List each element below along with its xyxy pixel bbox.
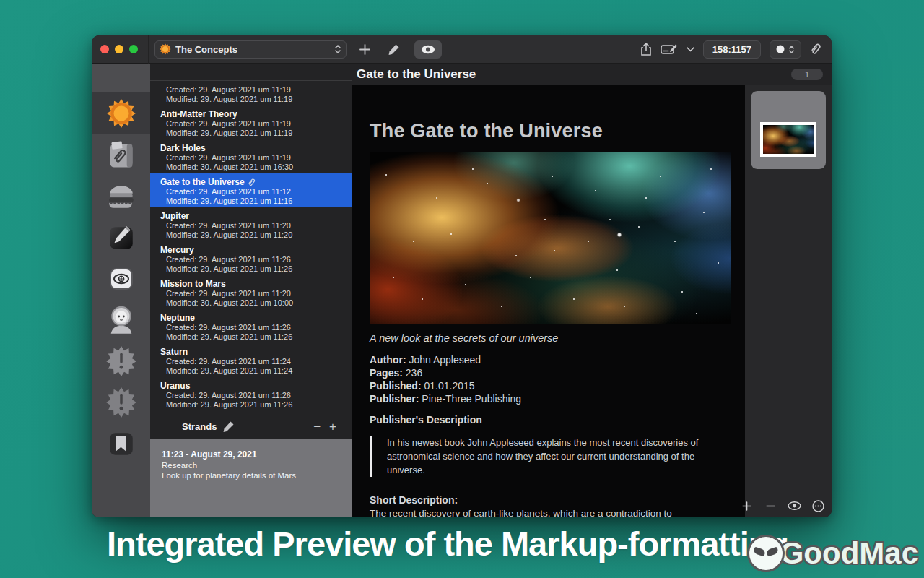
note-modified: Modified: 30. August 2021 um 16:30	[160, 163, 346, 172]
preview-document-title: Gate to the Universe	[352, 67, 791, 82]
note-modified: Modified: 30. August 2021 um 10:00	[160, 298, 346, 308]
astronaut-icon	[105, 304, 137, 336]
sun-icon	[106, 98, 136, 129]
rendered-document: The Gate to the Universe A new look at t…	[352, 85, 745, 517]
sidebar-item-astronaut[interactable]	[92, 299, 150, 340]
strand-entry[interactable]: 11:23 - August 29, 2021 Research Look up…	[150, 439, 352, 517]
strand-remove-button[interactable]: −	[309, 420, 325, 433]
zoom-out-button[interactable]	[761, 498, 780, 514]
strands-header: Strands − +	[150, 417, 352, 436]
doc-metadata: Author: John Appleseed Pages: 236 Publis…	[370, 353, 731, 405]
eye-button[interactable]	[785, 498, 803, 514]
note-created: Created: 29. August 2021 um 11:26	[160, 255, 346, 264]
edit-pencil-button[interactable]	[383, 40, 404, 59]
strand-add-button[interactable]: +	[325, 420, 341, 433]
project-selector[interactable]: The Concepts	[154, 40, 346, 59]
titlebar[interactable]: The Concepts	[92, 35, 832, 64]
note-created: Created: 29. August 2021 um 11:20	[160, 221, 346, 230]
close-button[interactable]	[100, 45, 109, 53]
blockquote-bar	[370, 436, 372, 477]
section-heading: Publisher's Description	[370, 414, 731, 426]
body-text: The recent discovery of earth-like plane…	[370, 507, 731, 517]
meta-row: Published: 01.01.2015	[370, 379, 731, 392]
note-title: Mercury	[160, 245, 346, 255]
meta-row: Publisher: Pine-Three Publishing	[370, 392, 731, 405]
share-icon[interactable]	[640, 43, 652, 56]
minimize-button[interactable]	[115, 45, 123, 53]
sidebar-item-notes[interactable]	[92, 217, 150, 258]
note-modified: Modified: 29. August 2021 um 11:16	[160, 197, 346, 206]
note-list-item[interactable]: Neptune Created: 29. August 2021 um 11:2…	[150, 309, 352, 342]
sidebar-item-alert-2[interactable]	[92, 381, 150, 423]
zoom-button[interactable]	[129, 45, 138, 53]
paperclip-icon[interactable]	[810, 43, 821, 56]
blockquote: In his newest book John Appleseed explai…	[370, 436, 731, 477]
sidebar-item-journal[interactable]	[92, 134, 150, 176]
chevron-updown-icon	[788, 45, 795, 54]
bookmark-icon	[106, 428, 136, 459]
list-scroll-gap	[150, 64, 352, 81]
sidebar-item-preview[interactable]	[92, 258, 150, 299]
attachment-thumbnail-card[interactable]	[751, 91, 826, 169]
goodmac-face-icon	[747, 535, 785, 572]
strands-title: Strands	[182, 421, 217, 432]
app-window: The Concepts	[92, 35, 832, 517]
preview-toggle-button[interactable]	[414, 40, 442, 59]
window-controls	[92, 45, 148, 53]
note-created: Created: 29. August 2021 um 11:26	[160, 323, 346, 332]
strand-entry-line: Research	[162, 460, 341, 470]
note-modified: Modified: 29. August 2021 um 11:20	[160, 230, 346, 240]
note-list-item[interactable]: Anti-Matter Theory Created: 29. August 2…	[150, 105, 352, 139]
preview-eye-icon	[107, 264, 136, 293]
note-created: Created: 29. August 2021 um 11:19	[160, 85, 346, 95]
note-list-item[interactable]: Mercury Created: 29. August 2021 um 11:2…	[150, 241, 352, 275]
note-list-item[interactable]: Mission to Mars Created: 29. August 2021…	[150, 275, 352, 309]
chevron-down-icon[interactable]	[687, 47, 694, 52]
note-list-item[interactable]: Jupiter Created: 29. August 2021 um 11:2…	[150, 207, 352, 241]
sidebar-item-alert-1[interactable]	[92, 340, 150, 381]
sun-icon	[160, 43, 171, 55]
note-list-item[interactable]: Saturn Created: 29. August 2021 um 11:24…	[150, 342, 352, 376]
note-modified: Modified: 29. August 2021 um 11:19	[160, 95, 346, 104]
note-list-item[interactable]: Uranus Created: 29. August 2021 um 11:26…	[150, 376, 352, 410]
brand-logo: GoodMac	[747, 535, 918, 572]
note-modified: Modified: 29. August 2021 um 11:19	[160, 129, 346, 138]
note-modified: Modified: 29. August 2021 um 11:26	[160, 400, 346, 410]
note-created: Created: 29. August 2021 um 11:12	[160, 187, 346, 197]
sidebar-item-concepts[interactable]	[92, 92, 150, 134]
circle-icon	[776, 45, 785, 53]
nebula-thumbnail	[760, 122, 816, 157]
more-options-button[interactable]	[808, 498, 827, 514]
markup-icon[interactable]	[661, 43, 678, 55]
preview-header: Gate to the Universe 1	[352, 64, 832, 85]
note-created: Created: 29. August 2021 um 11:19	[160, 153, 346, 163]
meta-row: Pages: 236	[370, 366, 731, 379]
note-modified: Modified: 29. August 2021 um 11:24	[160, 366, 346, 376]
note-list-item-selected[interactable]: Gate to the Universe Created: 29. August…	[150, 173, 352, 207]
note-list-item[interactable]: Created: 29. August 2021 um 11:19 Modifi…	[150, 81, 352, 105]
strand-entry-line: Look up for planetary details of Mars	[162, 470, 341, 480]
brand-name: GoodMac	[780, 536, 918, 571]
note-modified: Modified: 29. August 2021 um 11:26	[160, 264, 346, 274]
thumbnail-sidebar	[745, 85, 832, 517]
ratio-display: 158:1157	[703, 40, 761, 59]
appearance-toggle[interactable]	[770, 40, 801, 59]
add-note-button[interactable]	[354, 40, 375, 59]
notes-pencil-icon	[106, 223, 136, 253]
burger-icon	[105, 181, 138, 212]
project-selector-label: The Concepts	[175, 44, 330, 55]
sidebar-item-bookmarks[interactable]	[92, 423, 150, 464]
alert-badge-icon	[105, 345, 137, 377]
preview-zoom-controls	[737, 498, 827, 514]
note-created: Created: 29. August 2021 um 11:26	[160, 391, 346, 400]
sidebar-top-strip	[92, 64, 150, 92]
zoom-in-button[interactable]	[737, 498, 756, 514]
note-title: Dark Holes	[160, 143, 346, 153]
note-title: Neptune	[160, 313, 346, 323]
doc-title: The Gate to the Universe	[370, 120, 731, 142]
note-title: Saturn	[160, 347, 346, 357]
note-list-item[interactable]: Dark Holes Created: 29. August 2021 um 1…	[150, 139, 352, 173]
edit-pencil-icon[interactable]	[222, 420, 235, 433]
sidebar-item-burger[interactable]	[92, 176, 150, 217]
preview-pane[interactable]: The Gate to the Universe A new look at t…	[352, 85, 745, 517]
